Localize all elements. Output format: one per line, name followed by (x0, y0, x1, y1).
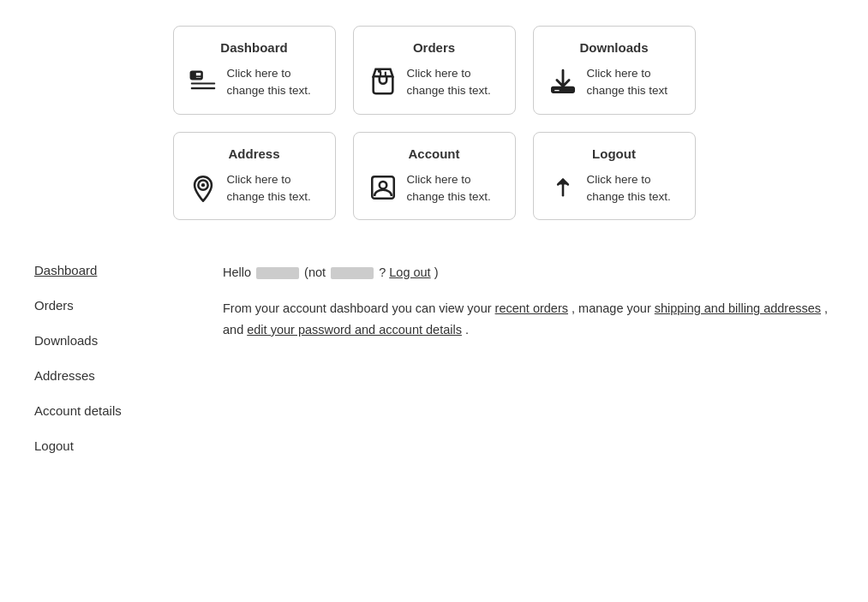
sidebar-item-orders[interactable]: Orders (34, 298, 171, 313)
card-title-downloads: Downloads (548, 40, 681, 55)
card-body-orders: Click here to change this text. (368, 65, 501, 100)
sidebar-nav: DashboardOrdersDownloadsAddressesAccount… (34, 263, 171, 474)
card-title-orders: Orders (368, 40, 501, 55)
desc-prefix: From your account dashboard you can view… (223, 301, 495, 315)
log-out-link[interactable]: Log out (389, 265, 430, 279)
bottom-section: DashboardOrdersDownloadsAddressesAccount… (34, 254, 834, 474)
sidebar-item-logout[interactable]: Logout (34, 438, 171, 453)
hello-not: (not (304, 265, 329, 279)
hello-line: Hello (not ? Log out ) (223, 263, 834, 283)
card-title-dashboard: Dashboard (188, 40, 321, 55)
blurred-username (256, 267, 299, 279)
card-text-logout: Click here to change this text. (587, 171, 681, 206)
svg-point-13 (201, 183, 204, 187)
svg-rect-11 (554, 90, 560, 91)
orders-icon (368, 65, 398, 96)
description-line: From your account dashboard you can view… (223, 298, 834, 340)
card-downloads[interactable]: Downloads Click here to change this text (533, 26, 696, 115)
desc-middle: , manage your (572, 301, 655, 315)
sidebar-item-addresses[interactable]: Addresses (34, 368, 171, 383)
card-address[interactable]: Address Click here to change this text. (173, 132, 336, 221)
account-icon (368, 171, 398, 202)
main-content: Hello (not ? Log out ) From your account… (223, 263, 834, 474)
card-text-downloads: Click here to change this text (587, 65, 681, 100)
hello-prefix: Hello (223, 265, 254, 279)
address-icon (188, 171, 218, 202)
shipping-billing-link[interactable]: shipping and billing addresses (655, 301, 821, 315)
card-title-account: Account (368, 146, 501, 161)
card-body-dashboard: Click here to change this text. (188, 65, 321, 100)
card-title-address: Address (188, 146, 321, 161)
card-text-address: Click here to change this text. (227, 171, 321, 206)
card-text-dashboard: Click here to change this text. (227, 65, 321, 100)
desc-period: . (465, 323, 469, 337)
downloads-icon (548, 65, 578, 96)
edit-account-link[interactable]: edit your password and account details (247, 323, 462, 337)
sidebar-item-downloads[interactable]: Downloads (34, 333, 171, 348)
svg-point-8 (377, 69, 380, 73)
svg-point-15 (379, 181, 386, 188)
svg-rect-4 (190, 82, 214, 84)
card-body-logout: Click here to change this text. (548, 171, 681, 206)
hello-paren-close: ) (434, 265, 439, 279)
logout-icon (548, 171, 578, 202)
card-text-orders: Click here to change this text. (407, 65, 501, 100)
card-dashboard[interactable]: Dashboard Click here to change this text… (173, 26, 336, 115)
dashboard-cards-grid: Dashboard Click here to change this text… (34, 17, 834, 220)
card-logout[interactable]: Logout Click here to change this text. (533, 132, 696, 221)
card-body-downloads: Click here to change this text (548, 65, 681, 100)
card-text-account: Click here to change this text. (407, 171, 501, 206)
sidebar-item-account-details[interactable]: Account details (34, 403, 171, 418)
card-title-logout: Logout (548, 146, 681, 161)
sidebar-item-dashboard[interactable]: Dashboard (34, 263, 171, 277)
card-orders[interactable]: Orders Click here to change this text. (353, 26, 516, 115)
blurred-username-2 (331, 267, 374, 279)
card-account[interactable]: Account Click here to change this text. (353, 132, 516, 221)
card-body-account: Click here to change this text. (368, 171, 501, 206)
hello-question: ? (379, 265, 389, 279)
card-body-address: Click here to change this text. (188, 171, 321, 206)
recent-orders-link[interactable]: recent orders (495, 301, 568, 315)
dashboard-icon (188, 65, 218, 96)
svg-rect-5 (190, 87, 214, 89)
